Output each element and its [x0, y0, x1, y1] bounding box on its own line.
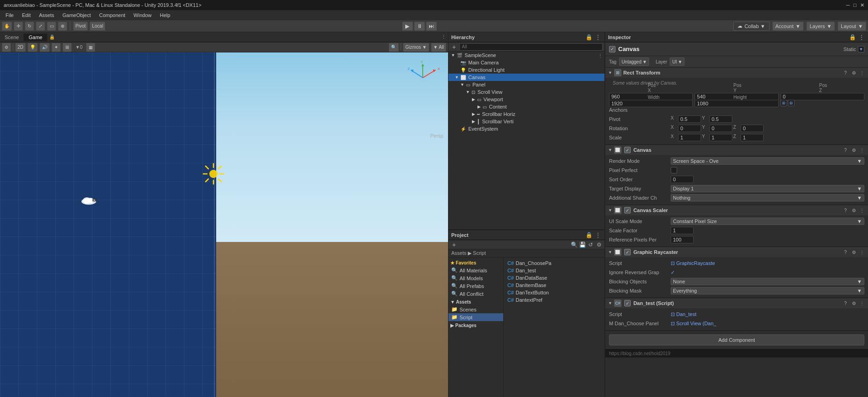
menu-help[interactable]: Help	[156, 12, 174, 19]
height-input[interactable]	[695, 100, 778, 107]
project-save-btn[interactable]: 💾	[579, 241, 586, 248]
scale-factor-input[interactable]	[671, 227, 694, 234]
hier-item-maincamera[interactable]: 📷 Main Camera	[448, 59, 604, 66]
project-more-btn[interactable]: ⋮	[594, 231, 602, 239]
menu-component[interactable]: Component	[95, 12, 129, 19]
project-add-btn[interactable]: +	[450, 241, 458, 248]
menu-gameobject[interactable]: GameObject	[59, 12, 95, 19]
dt-settings-btn[interactable]: ⚙	[851, 300, 857, 306]
scene-light-btn[interactable]: 💡	[28, 43, 38, 52]
proj-folder-allmaterials[interactable]: 🔍 All Materials	[448, 266, 503, 274]
canvas-scaler-header[interactable]: ▼ ⬜ ✓ Canvas Scaler ? ⚙ ⋮	[605, 205, 868, 215]
layers-dropdown[interactable]: Layers ▼	[806, 22, 835, 31]
hierarchy-more-btn[interactable]: ⋮	[594, 34, 602, 41]
dt-active[interactable]: ✓	[624, 300, 631, 306]
pixel-perfect-toggle[interactable]	[671, 167, 677, 173]
project-lock-btn[interactable]: 🔒	[585, 231, 592, 239]
canvas-more-btn[interactable]: ⋮	[859, 147, 865, 153]
active-checkbox[interactable]: ✓	[609, 46, 615, 52]
play-btn[interactable]: ▶	[402, 22, 413, 31]
blocking-objects-dropdown[interactable]: None ▼	[671, 278, 864, 285]
hier-item-viewport[interactable]: ▶ ▭ Viewport	[448, 96, 604, 103]
scale-x-input[interactable]	[678, 134, 701, 141]
tab-game[interactable]: Game	[24, 34, 47, 41]
graphic-raycaster-header[interactable]: ▼ ⬜ ✓ Graphic Raycaster ? ⚙ ⋮	[605, 247, 868, 257]
proj-folder-scenes[interactable]: 📁 Scenes	[448, 305, 503, 313]
blocking-mask-dropdown[interactable]: Everything ▼	[671, 287, 864, 294]
gr-active[interactable]: ✓	[624, 249, 631, 255]
pause-btn[interactable]: ⏸	[414, 22, 425, 31]
menu-assets[interactable]: Assets	[35, 12, 58, 19]
rt-more-btn[interactable]: ⋮	[859, 69, 865, 76]
scene-effects-btn[interactable]: ✦	[52, 43, 61, 52]
gr-question-btn[interactable]: ?	[842, 249, 849, 255]
close-btn[interactable]: ✕	[860, 2, 864, 8]
cs-active[interactable]: ✓	[624, 207, 631, 213]
local-btn[interactable]: Local	[90, 22, 105, 31]
tab-scene[interactable]: Scene	[0, 34, 24, 41]
proj-script-dantest[interactable]: C# Dan_test	[506, 267, 603, 274]
collab-btn[interactable]: ☁ Collab ▼	[733, 22, 769, 31]
canvas-header[interactable]: ▼ ⬜ ✓ Canvas ? ⚙ ⋮	[605, 145, 868, 155]
scene-2d-btn[interactable]: 2D	[15, 43, 26, 52]
proj-script-danitembase[interactable]: C# DanItemBase	[506, 282, 603, 289]
hier-item-dirlight[interactable]: 💡 Directional Light	[448, 66, 604, 74]
dt-more-btn[interactable]: ⋮	[859, 300, 865, 306]
hand-tool[interactable]: ✋	[2, 22, 12, 31]
menu-file[interactable]: File	[2, 12, 17, 19]
target-display-dropdown[interactable]: Display 1 ▼	[671, 185, 864, 192]
proj-script-dandatabase[interactable]: C# DanDataBase	[506, 274, 603, 282]
rot-x-input[interactable]	[678, 125, 701, 132]
cs-question-btn[interactable]: ?	[842, 207, 849, 213]
rect-tool[interactable]: ▭	[47, 22, 56, 31]
ref-pixels-input[interactable]	[671, 236, 694, 243]
layout-dropdown[interactable]: Layout ▼	[838, 22, 866, 31]
minimize-btn[interactable]: ─	[846, 2, 850, 8]
proj-folder-allprefabs[interactable]: 🔍 All Prefabs	[448, 282, 503, 290]
scale-z-input[interactable]	[741, 134, 764, 141]
proj-script-dantextpref[interactable]: C# DantextPref	[506, 296, 603, 304]
hier-item-scrollbarh[interactable]: ▶ ━ Scrollbar Horiz	[448, 110, 604, 118]
dt-m-ref[interactable]: ⊡ Scroll View (Dan_	[671, 321, 716, 327]
rect-transform-header[interactable]: ▼ ⊞ Rect Transform ? ⚙ ⋮	[605, 68, 868, 78]
width-input[interactable]	[609, 100, 693, 107]
scene-search-btn[interactable]: 🔍	[389, 43, 399, 52]
bp-btn2[interactable]: ⊞	[788, 100, 794, 106]
hier-item-panel[interactable]: ▼ ▭ Panel	[448, 81, 604, 88]
scene-nav-btn[interactable]: ⊞	[63, 43, 72, 52]
hier-item-canvas[interactable]: ▼ ⬜ Canvas	[448, 74, 604, 81]
hier-item-scrollbarv[interactable]: ▶ ┃ Scrollbar Verti	[448, 118, 604, 125]
pivot-btn[interactable]: Pivot	[73, 22, 88, 31]
proj-script-danchoosepa[interactable]: C# Dan_ChoosePa	[506, 259, 603, 267]
tag-dropdown[interactable]: Untagged ▼	[619, 58, 649, 66]
proj-script-dantextbutton[interactable]: C# DanTextButton	[506, 289, 603, 296]
gr-settings-btn[interactable]: ⚙	[851, 249, 857, 255]
hierarchy-search[interactable]	[460, 43, 603, 51]
menu-edit[interactable]: Edit	[18, 12, 34, 19]
hierarchy-add-btn[interactable]: +	[450, 43, 458, 51]
gr-more-btn[interactable]: ⋮	[859, 249, 865, 255]
gr-script-ref[interactable]: ⊡ GraphicRaycaste	[671, 260, 715, 266]
scale-y-input[interactable]	[709, 134, 732, 141]
hier-options[interactable]: ⋮	[598, 53, 603, 58]
sort-order-input[interactable]	[671, 176, 694, 183]
rt-settings-btn[interactable]: ⚙	[851, 69, 857, 76]
render-mode-dropdown[interactable]: Screen Space - Ove ▼	[671, 157, 864, 165]
hier-item-samplescene[interactable]: ▼ 🎬 SampleScene ⋮	[448, 52, 604, 59]
canvas-question-btn[interactable]: ?	[842, 147, 849, 153]
dt-question-btn[interactable]: ?	[842, 300, 849, 306]
rt-question-btn[interactable]: ?	[842, 69, 849, 76]
cs-settings-btn[interactable]: ⚙	[851, 207, 857, 213]
layer-dropdown[interactable]: UI ▼	[670, 58, 684, 66]
menu-window[interactable]: Window	[130, 12, 155, 19]
scene-audio-btn[interactable]: 🔊	[40, 43, 50, 52]
hier-item-content[interactable]: ▶ ▭ Content	[448, 103, 604, 110]
gizmos-btn[interactable]: Gizmos ▼	[403, 43, 429, 52]
hier-item-eventsystem[interactable]: ⚡ EventSystem	[448, 125, 604, 132]
transform-tool[interactable]: ⊕	[58, 22, 67, 31]
step-btn[interactable]: ⏭	[426, 22, 437, 31]
project-refresh-btn[interactable]: ↺	[587, 241, 594, 248]
ui-scale-dropdown[interactable]: Constant Pixel Size ▼	[671, 218, 864, 225]
scene-more-icon[interactable]: ⋮	[441, 34, 446, 40]
project-search-btn[interactable]: 🔍	[570, 241, 578, 248]
